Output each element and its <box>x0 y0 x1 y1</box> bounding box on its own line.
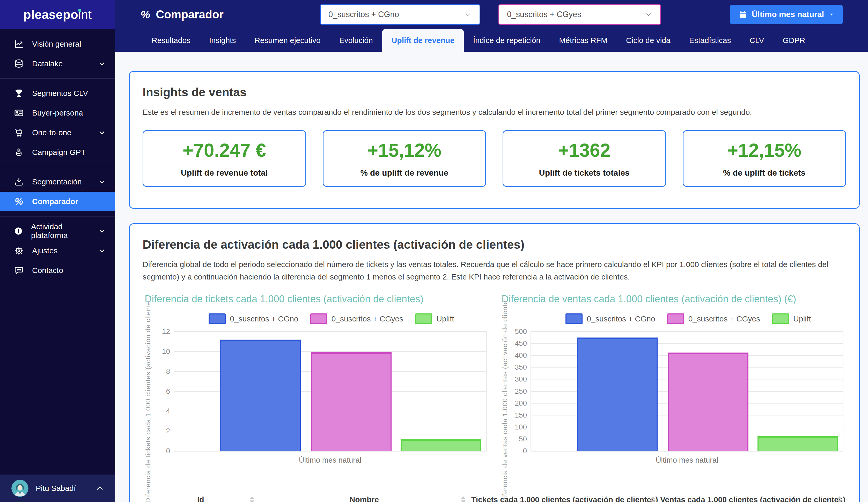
legend-swatch <box>772 313 789 324</box>
chevron-down-icon[interactable] <box>99 247 105 254</box>
tab-resumen-ejecutivo[interactable]: Resumen ejecutivo <box>245 29 330 52</box>
legend-label: Uplift <box>793 314 811 323</box>
column-header-nombre[interactable]: Nombre <box>259 489 469 502</box>
sort-icon <box>250 496 255 502</box>
column-header-label: Ventas cada 1.000 clientes (activación d… <box>660 495 845 502</box>
calendar-icon <box>738 10 747 19</box>
comparison-table-header: IdNombreTickets cada 1.000 clientes (act… <box>143 489 846 502</box>
page-title-text: Comparador <box>156 8 224 21</box>
plot: 500450400350300250200150100500 <box>530 331 844 451</box>
sidebar-divider <box>0 167 115 167</box>
y-tick-label: 450 <box>515 339 527 348</box>
column-header-label: Id <box>197 495 204 502</box>
legend-label: 0_suscritos + CGno <box>587 314 655 323</box>
x-axis-label: Último mes natural <box>530 456 844 464</box>
chart-diferencia-de-tickets-cada-1-000-cliente: Diferencia de tickets cada 1.000 cliente… <box>143 293 489 472</box>
chevron-up-icon[interactable] <box>96 484 104 492</box>
insights-title: Insights de ventas <box>143 85 846 99</box>
chevron-down-icon[interactable] <box>99 179 105 185</box>
user-name: Pitu Sabadí <box>36 484 76 493</box>
column-header-label: Nombre <box>349 495 379 502</box>
kpi-label: % de uplift de tickets <box>723 168 805 178</box>
sidebar-item-segmentacion[interactable]: Segmentación <box>0 172 115 192</box>
trophy-icon <box>13 88 24 98</box>
line-chart-icon <box>13 39 24 49</box>
sidebar-item-label: One-to-one <box>32 128 71 137</box>
sidebar-item-segmentos-clv[interactable]: Segmentos CLV <box>0 83 115 103</box>
legend-item-uplift: Uplift <box>772 313 811 324</box>
caret-down-icon <box>829 12 834 17</box>
activation-description: Diferencia global de todo el periodo sel… <box>143 258 846 283</box>
kpi-value: +15,12% <box>367 140 441 161</box>
tab-evolucion[interactable]: Evolución <box>330 29 382 52</box>
sidebar-item-label: Visión general <box>32 40 81 48</box>
chevron-down-icon[interactable] <box>99 228 105 234</box>
legend-item-0-suscritos-cgno: 0_suscritos + CGno <box>566 313 655 324</box>
legend-item-uplift: Uplift <box>415 313 454 324</box>
period-selector-button[interactable]: Último mes natural <box>730 5 843 24</box>
tab-ciclo-de-vida[interactable]: Ciclo de vida <box>617 29 680 52</box>
tab-insights[interactable]: Insights <box>200 29 245 52</box>
column-header-id[interactable]: Id <box>143 489 259 502</box>
percent-icon: % <box>13 197 24 206</box>
sidebar-item-buyer-persona[interactable]: Buyer-persona <box>0 103 115 123</box>
sidebar-item-campaign-gpt[interactable]: Campaign GPT <box>0 142 115 162</box>
sidebar-item-datalake[interactable]: Datalake <box>0 54 115 73</box>
sidebar-item-label: Campaign GPT <box>32 148 86 157</box>
column-header-ventas-cada-1-000-clientes-activacion-de-clientes[interactable]: Ventas cada 1.000 clientes (activación d… <box>660 489 846 502</box>
tab-uplift-de-revenue[interactable]: Uplift de revenue <box>382 29 464 52</box>
tabbar: ResultadosInsightsResumen ejecutivoEvolu… <box>115 29 868 52</box>
user-menu[interactable]: Pitu Sabadí <box>0 474 115 502</box>
y-tick-label: 8 <box>166 367 170 375</box>
segment-1-select[interactable]: 0_suscritos + CGno <box>320 4 480 24</box>
chevron-down-icon[interactable] <box>99 60 105 67</box>
sidebar-divider <box>0 78 115 79</box>
x-axis-label: Último mes natural <box>174 456 487 464</box>
sidebar-item-label: Ajustes <box>32 246 58 255</box>
sidebar-item-actividad-plataforma[interactable]: Actividad plataforma <box>0 221 115 241</box>
sidebar-item-comparador[interactable]: %Comparador <box>0 192 115 211</box>
tab-resultados[interactable]: Resultados <box>142 29 200 52</box>
segment-2-value: 0_suscritos + CGyes <box>507 10 581 19</box>
main-area: % Comparador 0_suscritos + CGno 0_suscri… <box>115 0 868 502</box>
sidebar-item-one-to-one[interactable]: One-to-one <box>0 123 115 142</box>
sidebar-nav: Visión generalDatalakeSegmentos CLVBuyer… <box>0 29 115 474</box>
sidebar-item-contacto[interactable]: Contacto <box>0 261 115 280</box>
sidebar-item-label: Buyer-persona <box>32 109 83 117</box>
kpi-label: Uplift de tickets totales <box>539 168 630 178</box>
column-header-tickets-cada-1-000-clientes-activacion-de-clientes[interactable]: Tickets cada 1.000 clientes (activación … <box>470 489 660 502</box>
sidebar-item-label: Datalake <box>32 59 63 68</box>
y-tick-label: 400 <box>515 351 527 360</box>
bar-0-suscritos-cgno <box>577 338 658 451</box>
percent-icon: % <box>141 8 150 21</box>
tab-metricas-rfm[interactable]: Métricas RFM <box>550 29 617 52</box>
chat-icon <box>13 265 24 275</box>
topbar: % Comparador 0_suscritos + CGno 0_suscri… <box>115 0 868 29</box>
chevron-down-icon[interactable] <box>99 129 105 136</box>
bar-uplift <box>757 436 838 451</box>
chart-legend: 0_suscritos + CGno0_suscritos + CGyesUpl… <box>174 313 489 324</box>
segment-2-select[interactable]: 0_suscritos + CGyes <box>498 4 661 24</box>
tab-clv[interactable]: CLV <box>740 29 773 52</box>
y-tick-label: 150 <box>515 411 527 419</box>
sidebar-item-label: Segmentos CLV <box>32 89 88 98</box>
chart-title: Diferencia de tickets cada 1.000 cliente… <box>145 293 489 305</box>
sidebar-item-ajustes[interactable]: Ajustes <box>0 241 115 261</box>
period-label: Último mes natural <box>752 10 824 19</box>
tab-indice-de-repeticion[interactable]: Índice de repetición <box>464 29 550 52</box>
tab-estadisticas[interactable]: Estadísticas <box>680 29 741 52</box>
kpi-value: +70.247 € <box>183 140 266 161</box>
tab-gdpr[interactable]: GDPR <box>774 29 815 52</box>
legend-swatch <box>566 313 582 324</box>
page-title: % Comparador <box>141 8 224 21</box>
sidebar-item-vision-general[interactable]: Visión general <box>0 34 115 54</box>
kpi-de-uplift-de-tickets: +12,15%% de uplift de tickets <box>683 130 846 187</box>
y-tick-label: 0 <box>523 447 527 455</box>
insights-description: Este es el resumen de incremento de vent… <box>143 106 846 118</box>
legend-label: 0_suscritos + CGyes <box>331 314 403 323</box>
chart-legend: 0_suscritos + CGno0_suscritos + CGyesUpl… <box>530 313 846 324</box>
legend-swatch <box>667 313 684 324</box>
kpi-row: +70.247 €Uplift de revenue total+15,12%%… <box>143 130 846 187</box>
legend-swatch <box>310 313 327 324</box>
app-logo: pleasepoint <box>0 0 115 29</box>
